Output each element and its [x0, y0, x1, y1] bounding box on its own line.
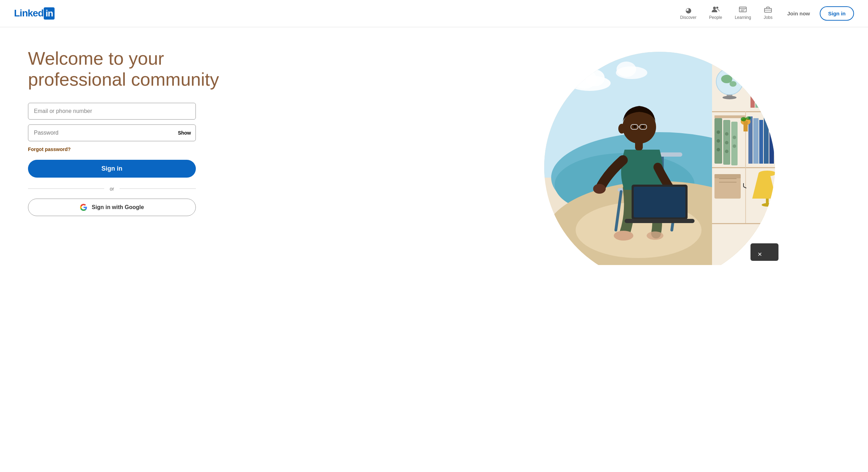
logo-area: Linkedin [14, 7, 55, 20]
svg-marker-39 [763, 55, 767, 59]
navbar-signin-button[interactable]: Sign in [820, 6, 854, 21]
svg-point-50 [725, 150, 728, 153]
svg-point-1 [716, 7, 718, 9]
svg-point-0 [713, 7, 716, 9]
jobs-icon [764, 6, 772, 14]
svg-point-31 [723, 96, 737, 99]
svg-point-41 [766, 62, 768, 63]
svg-point-79 [614, 231, 633, 241]
navbar-right: ◕ Discover People [675, 4, 854, 23]
svg-point-46 [717, 148, 720, 151]
svg-point-37 [761, 61, 776, 72]
svg-rect-21 [712, 52, 775, 52]
svg-rect-2 [739, 7, 746, 12]
nav-item-jobs[interactable]: Jobs [759, 4, 777, 23]
svg-point-62 [741, 117, 746, 121]
svg-point-48 [725, 132, 728, 136]
nav-item-people[interactable]: People [704, 4, 727, 23]
svg-rect-59 [714, 115, 746, 118]
jobs-label: Jobs [764, 15, 773, 20]
logo-linked: Linked [14, 8, 43, 19]
discover-label: Discover [680, 15, 697, 20]
logo-in: in [44, 7, 55, 20]
svg-rect-85 [625, 219, 695, 223]
svg-rect-56 [759, 120, 763, 164]
google-signin-button[interactable]: Sign in with Google [28, 199, 196, 216]
show-password-button[interactable]: Show [178, 130, 191, 136]
svg-point-13 [585, 70, 605, 86]
learning-icon [739, 6, 747, 14]
svg-point-70 [762, 203, 773, 207]
svg-point-53 [733, 144, 736, 148]
discover-icon: ◕ [685, 7, 691, 14]
email-input[interactable] [28, 103, 196, 120]
svg-point-42 [770, 62, 771, 63]
join-now-button[interactable]: Join now [780, 7, 817, 20]
forgot-password-link[interactable]: Forgot password? [28, 146, 71, 152]
svg-rect-34 [761, 74, 764, 108]
svg-marker-40 [769, 55, 774, 59]
svg-point-63 [746, 116, 751, 120]
svg-point-44 [717, 130, 720, 134]
svg-rect-35 [765, 78, 770, 108]
svg-point-93 [618, 124, 625, 134]
hero-illustration: ✕ [527, 27, 792, 265]
svg-rect-66 [719, 178, 737, 179]
svg-rect-33 [755, 76, 760, 108]
svg-rect-32 [750, 73, 755, 108]
svg-rect-51 [731, 122, 738, 165]
svg-rect-94 [750, 243, 778, 261]
svg-rect-58 [769, 119, 774, 164]
svg-point-52 [733, 136, 736, 139]
svg-point-81 [593, 184, 606, 194]
svg-rect-23 [712, 167, 775, 168]
svg-point-49 [725, 141, 728, 144]
svg-rect-78 [660, 152, 682, 157]
svg-rect-57 [764, 116, 769, 164]
right-panel: ✕ [451, 27, 868, 265]
svg-point-45 [717, 139, 720, 143]
divider-line-right [120, 188, 196, 189]
svg-rect-65 [714, 174, 741, 178]
people-icon [712, 6, 719, 14]
svg-rect-36 [770, 80, 774, 108]
people-label: People [709, 15, 722, 20]
left-panel: Welcome to your professional community S… [0, 27, 451, 237]
svg-point-29 [730, 81, 737, 87]
svg-point-15 [617, 62, 636, 77]
svg-rect-55 [753, 118, 759, 164]
or-divider: or [28, 186, 196, 192]
main-content: Welcome to your professional community S… [0, 27, 868, 472]
nav-item-learning[interactable]: Learning [730, 4, 756, 23]
svg-rect-22 [712, 111, 775, 112]
svg-rect-24 [712, 223, 775, 224]
heading-line2: professional community [28, 69, 219, 90]
logo-text: Linkedin [14, 7, 55, 20]
svg-point-80 [647, 231, 663, 240]
svg-point-38 [764, 58, 774, 68]
svg-rect-84 [634, 187, 685, 217]
learning-label: Learning [735, 15, 751, 20]
svg-rect-61 [744, 121, 748, 131]
email-form-group [28, 103, 451, 120]
password-form-group: Show [28, 124, 451, 141]
heading-line1: Welcome to your [28, 48, 164, 69]
divider-line-left [28, 188, 104, 189]
svg-text:✕: ✕ [757, 251, 762, 257]
welcome-heading: Welcome to your professional community [28, 48, 231, 90]
sign-in-button[interactable]: Sign in [28, 160, 196, 178]
svg-rect-67 [719, 182, 737, 183]
password-wrapper: Show [28, 124, 196, 141]
or-text: or [104, 186, 120, 192]
password-input[interactable] [28, 124, 196, 141]
google-icon [80, 203, 87, 211]
google-button-label: Sign in with Google [92, 204, 144, 210]
svg-point-92 [641, 125, 644, 128]
svg-point-91 [633, 125, 636, 128]
nav-item-discover[interactable]: ◕ Discover [675, 5, 702, 23]
navbar: Linkedin ◕ Discover People [0, 0, 868, 27]
